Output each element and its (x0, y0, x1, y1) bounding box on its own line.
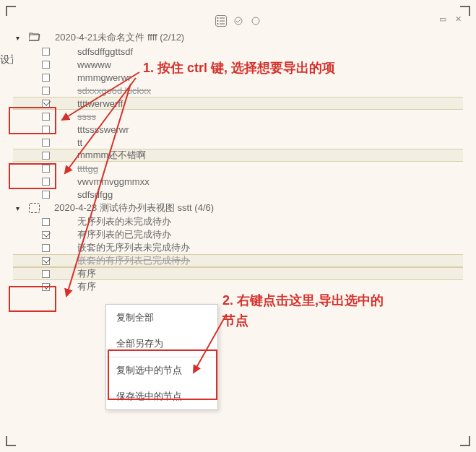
checkbox[interactable] (42, 178, 50, 186)
folder-open-icon (29, 32, 40, 43)
checkbox[interactable] (42, 139, 50, 147)
list-item[interactable]: tttsssswerwr (13, 123, 463, 136)
checkbox[interactable] (42, 218, 50, 226)
ctx-save-selected[interactable]: 保存选中的节点 (106, 383, 217, 409)
item-label: ttttgg (77, 163, 98, 174)
expand-icon[interactable]: ▾ (16, 204, 25, 212)
svg-point-6 (235, 17, 242, 25)
item-label: 嵌套的有序列表已完成待办 (77, 254, 190, 267)
list-item[interactable]: 有序列表的已完成待办 (13, 228, 463, 241)
ctx-copy-selected[interactable]: 复制选中的节点 (106, 357, 217, 383)
item-label: 有序 (77, 280, 96, 293)
minimize-button[interactable]: ▭ (439, 14, 446, 24)
list-item[interactable]: vwvmmvggmmxx (13, 175, 463, 188)
item-label: sdfsdfgg (77, 189, 113, 200)
item-label: 嵌套的无序列表未完成待办 (77, 241, 190, 254)
list-item[interactable]: 嵌套的无序列表未完成待办 (13, 241, 463, 254)
item-label: 有序 (77, 267, 96, 280)
ctx-copy-all[interactable]: 复制全部 (106, 305, 217, 331)
item-label: 有序列表的已完成待办 (77, 228, 171, 241)
list-item[interactable]: tt (13, 136, 463, 149)
checkbox[interactable] (42, 126, 50, 134)
checkbox[interactable] (42, 165, 50, 173)
item-label: mmmgwerwr (77, 72, 131, 83)
checkbox[interactable] (42, 244, 50, 252)
checkbox[interactable] (42, 231, 50, 239)
checkbox[interactable] (42, 113, 50, 121)
list-item[interactable]: ttttgg (13, 162, 463, 175)
view-circle-icon[interactable] (250, 15, 261, 27)
list-item[interactable]: 有序 (13, 280, 463, 293)
item-label: 无序列表的未完成待办 (77, 215, 171, 228)
svg-point-3 (217, 17, 218, 19)
close-button[interactable]: ✕ (455, 14, 462, 24)
list-item[interactable]: sdfsdfgg (13, 188, 463, 201)
list-item[interactable]: mmmgwerwr (13, 71, 463, 84)
list-item[interactable]: ssss (13, 110, 463, 123)
checkbox[interactable] (42, 152, 50, 160)
item-label: vwvmmvggmmxx (77, 176, 150, 187)
list-item[interactable]: sdxxxgood luckxx (13, 84, 463, 97)
item-label: tttsssswerwr (77, 124, 129, 135)
list-item[interactable]: 有序 (13, 267, 463, 280)
list-item[interactable]: ttttwerwerff (13, 97, 463, 110)
checkbox[interactable] (42, 48, 50, 56)
expand-icon[interactable]: ▾ (16, 34, 25, 42)
list-item[interactable]: 嵌套的有序列表已完成待办 (13, 254, 463, 267)
group-header[interactable]: ▾2020-4-23 测试待办列表视图 sstt (4/6) (13, 201, 463, 215)
view-list-icon[interactable] (215, 15, 227, 27)
checkbox[interactable] (42, 61, 50, 69)
annotation-step2a: 2. 右键点击这里,导出选中的 (222, 292, 384, 310)
checkbox[interactable] (42, 100, 50, 108)
checkbox[interactable] (42, 74, 50, 82)
list-item[interactable]: wwwww (13, 58, 463, 71)
checkbox[interactable] (42, 270, 50, 278)
folder-dashed-icon (29, 203, 40, 213)
context-menu: 复制全部 全部另存为 复制选中的节点 保存选中的节点 (105, 304, 218, 410)
annotation-step2b: 节点 (222, 312, 248, 330)
list-item[interactable]: 无序列表的未完成待办 (13, 215, 463, 228)
item-label: ssss (77, 111, 96, 122)
item-label: mmmm还不错啊 (77, 149, 146, 162)
list-item[interactable]: mmmm还不错啊 (13, 149, 463, 162)
item-label: tt (77, 137, 82, 148)
list-item[interactable]: sdfsdffggttsdf (13, 45, 463, 58)
svg-point-4 (217, 20, 218, 22)
group-title: 2020-4-21未命名文件 ffff (2/12) (55, 31, 184, 44)
svg-point-5 (217, 23, 218, 25)
toolbar: ▭ ✕ (13, 13, 463, 29)
checkbox[interactable] (42, 283, 50, 291)
checkbox[interactable] (42, 191, 50, 199)
group-header[interactable]: ▾2020-4-21未命名文件 ffff (2/12) (13, 30, 463, 45)
tree-view: ▾2020-4-21未命名文件 ffff (2/12)sdfsdffggttsd… (13, 30, 463, 293)
checkbox[interactable] (42, 257, 50, 265)
item-label: sdfsdffggttsdf (77, 46, 133, 57)
ctx-save-all-as[interactable]: 全部另存为 (106, 331, 217, 357)
group-title: 2020-4-23 测试待办列表视图 sstt (4/6) (54, 201, 214, 214)
item-label: sdxxxgood luckxx (77, 85, 151, 96)
view-check-icon[interactable] (233, 15, 244, 27)
svg-point-7 (252, 17, 259, 25)
item-label: wwwww (77, 59, 111, 70)
checkbox[interactable] (42, 87, 50, 95)
item-label: ttttwerwerff (77, 98, 123, 109)
